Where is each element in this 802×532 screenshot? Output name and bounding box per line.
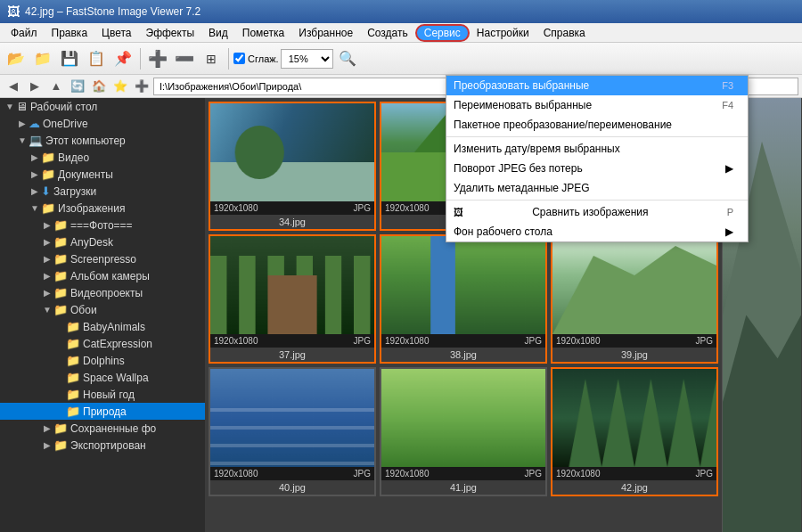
menu-rename-selected[interactable]: Переименовать выбранные F4 [446, 95, 748, 115]
meta-label: Удалить метаданные JPEG [454, 182, 590, 194]
sidebar-label-screenpresso: Screenpresso [70, 253, 136, 266]
menu-compare-images[interactable]: 🖼 Сравнить изображения P [446, 202, 748, 222]
addr-up-btn[interactable]: ▲ [46, 78, 66, 95]
menu-remove-meta[interactable]: Удалить метаданные JPEG [446, 178, 748, 198]
menu-convert-selected[interactable]: Преобразовать выбранные F3 [446, 76, 748, 95]
sidebar-label-wallpapers: Обои [70, 304, 97, 316]
sidebar-item-wallpapers[interactable]: ▼ 📁 Обои [0, 301, 205, 318]
thumb-name-39: 39.jpg [552, 348, 716, 362]
thumbnail-34[interactable]: 1920x1080 JPG 34.jpg [209, 102, 376, 231]
addr-refresh-btn[interactable]: 🔄 [68, 78, 87, 95]
thumb-dim-34: 1920x1080 [214, 203, 258, 213]
menu-favorites[interactable]: Избранное [291, 25, 360, 41]
sidebar-item-desktop[interactable]: ▼ 🖥 Рабочий стол [0, 98, 205, 115]
smooth-checkbox[interactable] [233, 53, 245, 64]
addr-back-btn[interactable]: ◀ [4, 78, 23, 95]
menu-create[interactable]: Создать [360, 25, 415, 41]
thumb-type-42: JPG [696, 469, 713, 479]
thumb-dim-37: 1920x1080 [214, 336, 258, 346]
menu-colors[interactable]: Цвета [94, 25, 138, 41]
sidebar-item-dolphins[interactable]: 📁 Dolphins [0, 352, 205, 369]
toolbar-zoom-out-btn[interactable]: ➖ [172, 46, 197, 71]
sidebar-label-saved: Сохраненные фо [70, 422, 156, 435]
menu-sep-1 [446, 136, 748, 137]
menu-sep-2 [446, 200, 748, 201]
sidebar-item-anydesk[interactable]: ▶ 📁 AnyDesk [0, 233, 205, 250]
addr-star-btn[interactable]: ⭐ [110, 78, 130, 95]
menu-mark[interactable]: Пометка [235, 25, 292, 41]
sidebar-item-downloads[interactable]: ▶ ⬇ Загрузки [0, 183, 205, 200]
toolbar-zoom-in-btn[interactable]: ➕ [145, 46, 170, 71]
thumb-type-34: JPG [354, 203, 371, 213]
thumbnail-40[interactable]: 1920x1080 JPG 40.jpg [209, 367, 376, 496]
sidebar-item-screenpresso[interactable]: ▶ 📁 Screenpresso [0, 250, 205, 267]
sidebar-item-saved[interactable]: ▶ 📁 Сохраненные фо [0, 420, 205, 437]
sidebar-label-anydesk: AnyDesk [70, 236, 113, 249]
desktop-icon: 🖥 [16, 100, 28, 113]
sidebar-label-docs: Документы [58, 168, 113, 181]
thumbnail-38[interactable]: 1920x1080 JPG 38.jpg [380, 234, 547, 364]
thumb-canvas-41 [381, 369, 545, 467]
sidebar-item-exported[interactable]: ▶ 📁 Экспортирован [0, 437, 205, 454]
menu-batch[interactable]: Пакетное преобразование/переименование [446, 115, 748, 135]
menu-file[interactable]: Файл [4, 25, 45, 41]
thumb-info-37: 1920x1080 JPG [210, 334, 374, 348]
toolbar-save-btn[interactable]: 💾 [57, 46, 82, 71]
addr-home-btn[interactable]: 🏠 [89, 78, 109, 95]
sidebar-label-newyear: Новый год [83, 389, 135, 401]
folder-vproj-icon: 📁 [53, 286, 68, 299]
sidebar-item-foto[interactable]: ▶ 📁 ===Фото=== [0, 217, 205, 233]
title-bar: 🖼 42.jpg – FastStone Image Viewer 7.2 [0, 0, 802, 23]
folder-album-icon: 📁 [53, 269, 68, 282]
addr-add-btn[interactable]: ➕ [132, 78, 151, 95]
toolbar-folder-btn[interactable]: 📁 [30, 46, 55, 71]
sidebar-label-priroda: Природа [83, 405, 127, 418]
sidebar-label-dolphins: Dolphins [83, 355, 125, 367]
sidebar-item-priroda[interactable]: 📁 Природа [0, 403, 205, 420]
thumbnail-42[interactable]: 1920x1080 JPG 42.jpg [551, 367, 718, 496]
menu-effects[interactable]: Эффекты [139, 25, 202, 41]
folder-cat-icon: 📁 [66, 337, 80, 350]
sidebar-item-video[interactable]: ▶ 📁 Видео [0, 149, 205, 166]
sidebar-label-exported: Экспортирован [70, 439, 146, 452]
toolbar-zoom-apply-btn[interactable]: 🔍 [335, 46, 360, 71]
menu-change-date[interactable]: Изменить дату/время выбранных [446, 139, 748, 159]
menu-view[interactable]: Вид [201, 25, 235, 41]
toolbar-fit-btn[interactable]: ⊞ [199, 46, 224, 71]
thumb-canvas-40 [210, 369, 374, 467]
sidebar-item-newyear[interactable]: 📁 Новый год [0, 386, 205, 403]
menu-settings[interactable]: Настройки [470, 25, 536, 41]
rotate-label: Поворот JPEG без потерь [454, 162, 583, 175]
sidebar-item-onedrive[interactable]: ▶ ☁ OneDrive [0, 115, 205, 132]
toolbar-open-btn[interactable]: 📂 [4, 46, 29, 71]
onedrive-icon: ☁ [29, 117, 40, 130]
thumbnail-37[interactable]: 1920x1080 JPG 37.jpg [209, 234, 376, 364]
sidebar-item-thispc[interactable]: ▼ 💻 Этот компьютер [0, 132, 205, 149]
expand-icon-2: ▶ [16, 119, 29, 128]
dropdown-menu[interactable]: Преобразовать выбранные F3 Переименовать… [446, 75, 749, 242]
menu-help[interactable]: Справка [536, 25, 593, 41]
sidebar-item-docs[interactable]: ▶ 📁 Документы [0, 166, 205, 183]
folder-saved-icon: 📁 [53, 422, 68, 435]
thumb-name-37: 37.jpg [210, 348, 374, 362]
addr-forward-btn[interactable]: ▶ [25, 78, 45, 95]
sidebar-item-babyanimals[interactable]: 📁 BabyAnimals [0, 318, 205, 335]
menu-edit[interactable]: Правка [45, 25, 95, 41]
toolbar-paste-btn[interactable]: 📌 [110, 46, 135, 71]
wallpaper-label: Фон рабочего стола [454, 225, 552, 238]
sidebar-item-space[interactable]: 📁 Space Wallpa [0, 369, 205, 386]
thumbnail-41[interactable]: 1920x1080 JPG 41.jpg [380, 367, 547, 496]
menu-wallpaper[interactable]: Фон рабочего стола ▶ [446, 222, 748, 241]
thumbnail-39[interactable]: 1920x1080 JPG 39.jpg [551, 234, 718, 364]
sidebar-item-catexpressions[interactable]: 📁 CatExpression [0, 335, 205, 352]
sidebar-item-images[interactable]: ▼ 📁 Изображения [0, 200, 205, 217]
sidebar-item-videoprojects[interactable]: ▶ 📁 Видеопроекты [0, 284, 205, 301]
menu-rotate-jpeg[interactable]: Поворот JPEG без потерь ▶ [446, 159, 748, 178]
zoom-select[interactable]: 15% 25% 50% 100% [281, 49, 333, 69]
folder-space-icon: 📁 [66, 371, 80, 384]
folder-downloads-icon: ⬇ [41, 184, 51, 198]
toolbar-copy-btn[interactable]: 📋 [84, 46, 109, 71]
sidebar-item-album[interactable]: ▶ 📁 Альбом камеры [0, 267, 205, 284]
sidebar-label-videoprojects: Видеопроекты [70, 287, 143, 299]
menu-service[interactable]: Сервис [415, 24, 470, 42]
